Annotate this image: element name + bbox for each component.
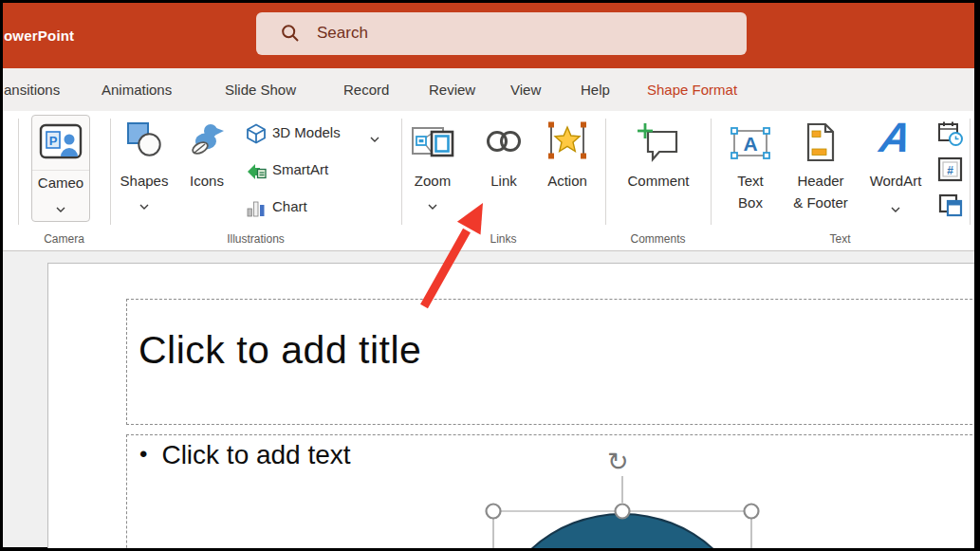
cameo-p-glyph: P (49, 134, 58, 148)
link-label: Link (480, 173, 527, 189)
comment-label: Comment (618, 173, 699, 189)
search-placeholder: Search (317, 24, 368, 43)
action-star-icon (546, 119, 588, 166)
group-divider (605, 119, 606, 225)
tab-help[interactable]: Help (581, 68, 610, 111)
header-footer-icon (804, 122, 837, 166)
3d-models-label: 3D Models (272, 124, 341, 140)
text-box-button[interactable]: A Text Box (726, 115, 775, 219)
slide-number-icon: # (937, 156, 964, 183)
chart-icon (246, 197, 267, 222)
shapes-button[interactable]: Shapes (114, 115, 175, 219)
selection-overlay (48, 264, 974, 548)
text-box-label-line1: Text (726, 173, 775, 189)
header-footer-button[interactable]: Header & Footer (786, 115, 855, 219)
slide-number-button[interactable]: # (937, 156, 964, 183)
object-icon (937, 193, 964, 219)
group-divider (110, 119, 111, 225)
group-divider (970, 119, 971, 225)
group-divider (18, 119, 19, 225)
smartart-button[interactable]: SmartArt (242, 156, 365, 187)
group-label-comments: Comments (605, 232, 711, 246)
action-button[interactable]: Action (542, 115, 593, 219)
cameo-icon: P (38, 121, 83, 169)
chevron-down-icon[interactable] (370, 129, 379, 146)
link-icon (482, 124, 526, 162)
slide-canvas[interactable]: Click to add title •Click to add text ↻ (47, 263, 974, 548)
selection-handle-top-center[interactable] (616, 505, 630, 519)
shapes-icon (126, 121, 162, 161)
title-bar: owerPoint Search (3, 3, 974, 68)
group-label-illustrations: Illustrations (110, 232, 401, 246)
wordart-icon: A (877, 117, 915, 158)
search-icon (281, 24, 300, 46)
search-box[interactable]: Search (256, 12, 747, 55)
header-footer-label-line1: Header (786, 173, 855, 189)
wordart-label: WordArt (864, 173, 927, 189)
icons-duck-icon (188, 121, 226, 161)
chevron-down-icon[interactable] (139, 196, 149, 213)
chart-button[interactable]: Chart (242, 193, 346, 224)
new-comment-icon (635, 120, 682, 166)
date-time-button[interactable] (937, 120, 964, 147)
group-label-camera: Camera (18, 232, 110, 246)
shapes-label: Shapes (114, 173, 175, 189)
chart-label: Chart (272, 198, 307, 214)
text-box-icon: A (730, 124, 771, 166)
ribbon-tab-bar: ansitions Animations Slide Show Record R… (3, 68, 974, 111)
powerpoint-window: owerPoint Search ansitions Animations Sl… (3, 3, 974, 547)
text-box-label-line2: Box (726, 194, 775, 211)
tab-transitions[interactable]: ansitions (4, 68, 60, 111)
group-label-text: Text (711, 232, 970, 246)
annotation-arrow (408, 194, 503, 318)
cameo-label: Cameo (32, 174, 89, 191)
smartart-label: SmartArt (272, 161, 328, 177)
tab-view[interactable]: View (510, 68, 541, 111)
comment-button[interactable]: Comment (618, 115, 699, 219)
icons-button[interactable]: Icons (179, 115, 234, 219)
slide-number-hash-glyph: # (947, 164, 953, 177)
wordart-button[interactable]: A WordArt (864, 115, 927, 219)
action-label: Action (542, 173, 593, 189)
group-divider (401, 119, 402, 225)
cameo-button[interactable]: P Cameo (31, 115, 90, 222)
tab-slide-show[interactable]: Slide Show (225, 68, 296, 111)
rotate-handle-icon[interactable]: ↻ (607, 447, 629, 476)
3d-models-icon (246, 123, 267, 148)
app-title: owerPoint (4, 28, 74, 44)
tab-review[interactable]: Review (429, 68, 475, 111)
zoom-label: Zoom (406, 173, 459, 189)
3d-models-button[interactable]: 3D Models (242, 119, 389, 150)
button-separator (32, 170, 89, 171)
tab-shape-format[interactable]: Shape Format (647, 68, 737, 111)
icons-label: Icons (179, 173, 234, 189)
tab-animations[interactable]: Animations (102, 68, 172, 111)
object-button[interactable] (937, 193, 964, 219)
group-divider (711, 119, 712, 225)
tab-record[interactable]: Record (343, 68, 389, 111)
textbox-a-glyph: A (743, 133, 757, 155)
selection-handle-top-right[interactable] (745, 505, 759, 519)
smartart-icon (246, 160, 267, 185)
chevron-down-icon[interactable] (56, 199, 65, 216)
selection-handle-top-left[interactable] (487, 505, 501, 519)
date-time-icon (937, 120, 964, 147)
slide-zoom-icon (411, 123, 454, 163)
chevron-down-icon[interactable] (891, 199, 900, 216)
header-footer-label-line2: & Footer (786, 194, 855, 211)
